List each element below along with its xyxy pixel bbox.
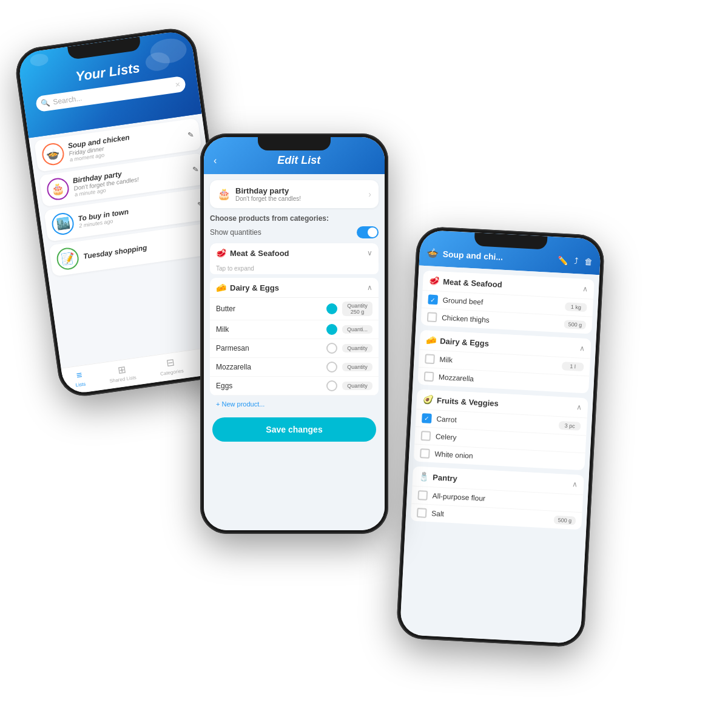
phone-shopping-list: 🍲 Soup and chi... ✏️ ⤴ 🗑 🥩 Meat & Seafoo… [396,226,605,647]
checkbox[interactable] [420,448,430,459]
quantity-box[interactable]: Quanti... [342,325,372,334]
nav-label: Categories [160,368,184,377]
item-name: Carrot [436,414,559,430]
list-card-icon: 🎂 [217,187,231,201]
show-quantities-toggle[interactable] [357,226,379,238]
p3-body: 🥩 Meat & Seafood ∧ Ground beef 1 kg Chic… [400,266,599,644]
chevron-up-icon: ∧ [579,344,585,352]
category-name: Meat & Seafood [230,249,363,258]
category-name: Meat & Seafood [443,277,579,293]
item-info: Soup and chicken Friday dinner a moment … [67,126,184,163]
save-changes-button[interactable]: Save changes [212,417,376,442]
checkbox[interactable] [422,413,432,423]
checkbox[interactable] [428,294,438,305]
search-icon: 🔍 [41,98,51,108]
quantity-badge: 1 kg [565,302,587,312]
nav-categories[interactable]: ⊟ Categories [158,356,184,377]
category-name: Fruits & Veggies [437,396,573,412]
back-button[interactable]: ‹ [214,155,217,166]
checkbox[interactable] [424,371,434,382]
p2-list-card[interactable]: 🎂 Birthday party Don't forget the candle… [210,180,379,208]
quantity-box[interactable]: Quantity [342,382,372,390]
product-row[interactable]: Eggs Quantity [210,377,379,396]
edit-icon[interactable]: ✎ [192,165,199,174]
product-toggle[interactable] [326,324,337,335]
edit-icon[interactable]: ✎ [187,130,194,140]
category-header[interactable]: 🥩 Meat & Seafood ∨ [210,243,379,263]
nav-shared[interactable]: ⊞ Shared Lists [107,362,136,384]
toggle-label: Show quantities [210,228,261,237]
fruits-veggies-section: 🥑 Fruits & Veggies ∧ Carrot 3 pc Celery [414,389,588,471]
list-card-subtitle: Don't forget the candles! [235,195,368,202]
pantry-section: 🧂 Pantry ∧ All-purpose flour Salt 500 g [411,467,584,530]
product-toggle[interactable] [326,343,337,354]
product-toggle[interactable] [326,380,337,391]
phone-edit-list: ‹ Edit List 🎂 Birthday party Don't forge… [200,133,388,534]
quantity-badge: 500 g [564,320,586,329]
notch-2 [258,137,331,150]
item-name: Ground beef [442,296,565,311]
checkbox[interactable] [420,431,431,441]
item-info: To buy in town 2 minutes ago [78,198,194,229]
p2-body: 🎂 Birthday party Don't forget the candle… [204,174,385,530]
category-name: Dairy & Eggs [440,336,576,352]
category-icon: 🧂 [419,471,430,482]
category-name: Pantry [433,473,568,489]
search-placeholder: Search... [53,94,83,107]
quantity-box[interactable]: Quantity [342,363,372,371]
meat-seafood-category: 🥩 Meat & Seafood ∨ Tap to expand [210,243,379,274]
p3-title: Soup and chi... [442,249,552,264]
chevron-up-icon: ∧ [367,283,372,292]
category-icon: 🥑 [423,394,434,405]
item-info: Tuesday shopping [83,236,198,260]
clear-search-icon[interactable]: ✕ [175,80,181,89]
item-icon: 🎂 [46,177,70,201]
list-card-name: Birthday party [235,186,368,195]
dairy-eggs-category: 🧀 Dairy & Eggs ∧ Butter Quantity250 g Mi… [210,278,379,396]
item-name: Salt [431,509,554,524]
product-row[interactable]: Butter Quantity250 g [210,298,379,320]
edit-icon[interactable]: ✏️ [558,255,568,265]
nav-lists[interactable]: ≡ Lists [73,369,86,389]
chevron-right-icon: › [368,189,371,199]
list-icon: 🍲 [426,247,439,259]
product-row[interactable]: Parmesan Quantity [210,339,379,358]
new-product-button[interactable]: + New product... [210,396,379,413]
product-name: Eggs [216,382,326,390]
chevron-up-icon: ∧ [572,480,578,488]
quantity-box[interactable]: Quantity [342,344,372,352]
product-toggle[interactable] [326,303,337,314]
category-icon: 🥩 [216,248,226,258]
category-name: Dairy & Eggs [230,283,363,292]
checkbox[interactable] [427,312,437,322]
nav-label: Lists [75,381,86,388]
category-open-header[interactable]: 🧀 Dairy & Eggs ∧ [210,278,379,298]
category-icon: 🥩 [429,275,440,286]
checkbox[interactable] [417,508,427,518]
nav-label: Shared Lists [109,375,136,384]
tap-expand-hint: Tap to expand [210,263,379,274]
meat-seafood-section: 🥩 Meat & Seafood ∧ Ground beef 1 kg Chic… [420,271,594,334]
item-icon: 📝 [55,246,80,271]
shared-icon: ⊞ [117,363,127,376]
item-name: White onion [434,450,579,465]
product-row[interactable]: Milk Quanti... [210,320,379,339]
dairy-eggs-section: 🧀 Dairy & Eggs ∧ Milk 1 l Mozzarella [417,330,591,394]
product-name: Parmesan [216,344,326,352]
checkbox[interactable] [417,490,428,500]
quantity-badge: 500 g [554,516,576,525]
item-name: Tuesday shopping [83,236,198,260]
delete-icon[interactable]: 🗑 [584,256,593,266]
share-icon[interactable]: ⤴ [574,255,579,265]
show-quantities-row: Show quantities [210,226,379,238]
item-name: Chicken thighs [442,314,564,329]
section-label: Choose products from categories: [210,214,379,223]
item-icon: 🍲 [41,142,66,167]
item-info: Birthday party Don't forget the candles!… [72,160,189,197]
quantity-badge: 1 l [562,362,584,371]
checkbox[interactable] [425,354,435,364]
product-toggle[interactable] [326,362,337,372]
quantity-box[interactable]: Quantity250 g [342,302,372,316]
item-icon: 🏙️ [50,212,75,237]
product-row[interactable]: Mozzarella Quantity [210,358,379,377]
